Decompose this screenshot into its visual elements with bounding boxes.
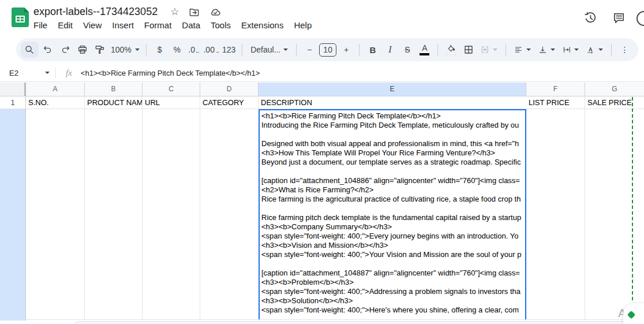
strikethrough-button[interactable]: S [399, 42, 415, 58]
menu-file[interactable]: File [28, 20, 53, 31]
menu-data[interactable]: Data [177, 20, 205, 31]
menu-format[interactable]: Format [139, 20, 177, 31]
cell-e2-line [261, 130, 526, 139]
cell-e2-line: [caption id="attachment_104887" align="a… [261, 269, 526, 278]
row-header-2[interactable] [0, 109, 26, 321]
cell-e2-line: Beyond just a document, our template ser… [261, 158, 526, 167]
paint-format-icon[interactable] [92, 42, 108, 58]
search-icon[interactable] [21, 42, 39, 58]
cell-f1[interactable]: LIST PRICE [526, 96, 585, 109]
cell-e2-line: <h3><b>Company Summary</b></h3> [261, 222, 526, 232]
star-icon[interactable]: ☆ [170, 7, 179, 17]
name-box-caret-icon[interactable] [45, 72, 50, 74]
cell-e2-line: <h1><b>Rice Farming Pitch Deck Template<… [261, 111, 526, 121]
decrease-decimal-button[interactable]: .0← [186, 42, 202, 58]
row-header-1[interactable]: 1 [0, 96, 26, 109]
font-family-select[interactable]: Defaul... [248, 42, 291, 58]
toolbar-divider [146, 44, 147, 55]
column-header-a[interactable]: A [26, 83, 85, 96]
menu-tools[interactable]: Tools [205, 20, 236, 31]
menu-insert[interactable]: Insert [107, 20, 139, 31]
cloud-saved-icon[interactable] [209, 6, 221, 18]
text-wrap-button[interactable] [560, 42, 582, 58]
font-size-input[interactable]: 10 [319, 43, 337, 57]
cell-e2-line: Designed with both visual appeal and pro… [261, 139, 526, 148]
cell-e1[interactable]: DESCRIPTION [259, 96, 526, 109]
text-rotation-button[interactable] [583, 42, 606, 58]
vertical-align-button[interactable] [536, 42, 558, 58]
name-box[interactable]: E2 [0, 69, 55, 77]
toolbar-divider [437, 44, 438, 55]
decrease-font-size-button[interactable]: − [302, 42, 317, 58]
increase-font-size-button[interactable]: + [338, 42, 354, 58]
merge-cells-button[interactable] [478, 42, 500, 58]
top-bar: export-labels--1734423052 ☆ Fi [0, 0, 644, 36]
cell-e2-line: Rice farming is the agricultural practic… [261, 195, 526, 204]
document-title[interactable]: export-labels--1734423052 [33, 6, 158, 18]
menu-view[interactable]: View [78, 20, 107, 31]
more-options-icon[interactable]: ⋮ [617, 42, 632, 58]
assistant-widget[interactable] [623, 303, 644, 324]
comments-icon[interactable] [612, 11, 626, 25]
column-header-e[interactable]: E [259, 83, 526, 96]
cell-e2-line [261, 204, 526, 213]
cell-e2-line: Rice farming pitch deck template is the … [261, 213, 526, 222]
percent-format-button[interactable]: % [169, 42, 185, 58]
redo-icon[interactable] [58, 42, 73, 58]
bold-button[interactable]: B [365, 42, 380, 58]
sheet-bar-edge [75, 321, 644, 324]
currency-format-button[interactable]: $ [152, 42, 167, 58]
version-history-icon[interactable] [583, 11, 597, 25]
cell-e2-line: <h3><b>Solution</b></h3> [261, 296, 526, 306]
increase-decimal-button[interactable]: .00→ [204, 42, 219, 58]
sheets-logo-icon[interactable] [12, 8, 29, 29]
clipped-icon [636, 11, 644, 26]
menu-help[interactable]: Help [289, 20, 317, 31]
menu-bar: File Edit View Insert Format Data Tools … [28, 20, 317, 31]
menu-extensions[interactable]: Extensions [236, 20, 289, 31]
range-boundary-dashed-line [632, 97, 633, 300]
column-header-d[interactable]: D [200, 83, 259, 96]
text-color-button[interactable]: A [417, 42, 432, 58]
grid-line [84, 109, 85, 319]
column-header-b[interactable]: B [85, 83, 143, 96]
spreadsheet-grid: A B C D E F G 1 S.NO. PRODUCT NAM URL CA… [0, 83, 644, 324]
undo-icon[interactable] [40, 42, 56, 58]
print-icon[interactable] [75, 42, 91, 58]
assistant-sparkle-icon [627, 311, 635, 319]
cell-b1[interactable]: PRODUCT NAM [85, 96, 143, 109]
cell-d1[interactable]: CATEGORY [200, 96, 259, 109]
column-header-g[interactable]: G [585, 83, 644, 96]
cell-e2-line: <h2>What is Rice Farming?</h2> [261, 185, 526, 195]
cell-e2[interactable]: <h1><b>Rice Farming Pitch Deck Template<… [259, 109, 526, 319]
cell-e2-line: <span style="font-weight: 400;">Every jo… [261, 232, 526, 241]
number-format-button[interactable]: 123 [221, 42, 237, 58]
cell-e2-line: <h3>How This Template Will Propel Your R… [261, 148, 526, 158]
cell-g1[interactable]: SALE PRICE [585, 96, 644, 109]
cell-a1[interactable]: S.NO. [26, 96, 85, 109]
toolbar: 100% $ % .0← .00→ 123 Defaul... − 10 + B… [16, 38, 638, 61]
cell-e2-line: <h3><b>Problem</b></h3> [261, 278, 526, 287]
cell-e2-line: <h3><b>Vision and Mission</b></h3> [261, 241, 526, 250]
italic-button[interactable]: I [382, 42, 398, 58]
borders-icon[interactable] [460, 42, 476, 58]
grid-line [585, 109, 585, 319]
horizontal-align-button[interactable] [511, 42, 534, 58]
zoom-select[interactable]: 100% [110, 42, 141, 58]
toolbar-divider [296, 44, 297, 55]
column-header-f[interactable]: F [526, 83, 585, 96]
grid-line [200, 109, 200, 319]
move-folder-icon[interactable] [189, 6, 200, 17]
cell-e2-line: <span style="font-weight: 400;">Your Vis… [261, 250, 526, 259]
cell-c1[interactable]: URL [143, 96, 200, 109]
fx-icon: fx [66, 68, 72, 78]
menu-edit[interactable]: Edit [53, 20, 78, 31]
formula-input[interactable]: <h1><b>Rice Farming Pitch Deck Template<… [81, 69, 260, 77]
toolbar-divider [611, 44, 612, 55]
toolbar-divider [242, 44, 242, 55]
formula-bar-divider [55, 68, 56, 78]
select-all-corner[interactable] [0, 83, 26, 96]
column-header-c[interactable]: C [143, 83, 200, 96]
fill-color-button[interactable] [443, 42, 459, 58]
cell-e2-line [261, 167, 526, 176]
